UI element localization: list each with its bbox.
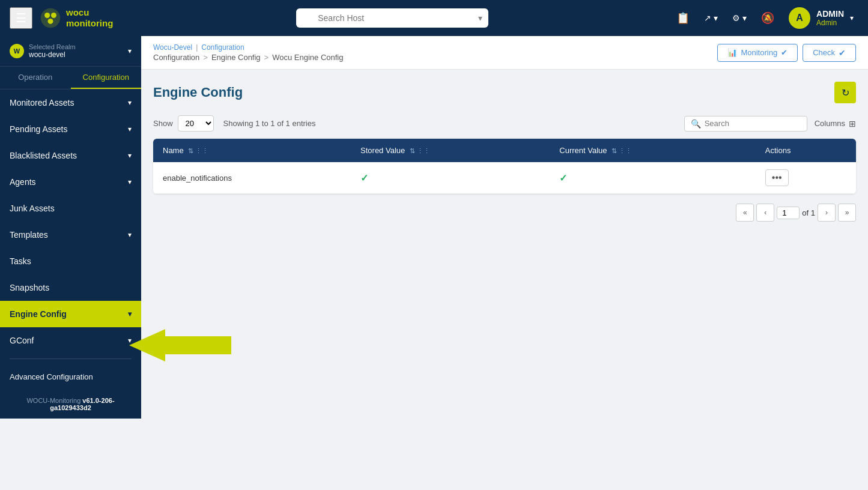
sidebar-item-tasks[interactable]: Tasks [0, 248, 141, 274]
bell-mute-icon: 🔕 [761, 11, 774, 25]
logo: wocu monitoring [40, 7, 113, 29]
breadcrumb-link-wocudevel[interactable]: Wocu-Devel [153, 43, 192, 52]
sidebar-item-monitored-assets[interactable]: Monitored Assets ▾ [0, 89, 141, 116]
realm-label: Selected Realm [29, 43, 76, 50]
advanced-config-label: Advanced Configuration [10, 372, 93, 381]
user-dropdown-arrow: ▾ [850, 14, 854, 22]
table-row: enable_notifications ✓ ✓ ••• [153, 162, 856, 194]
breadcrumb-actions: 📊 Monitoring ✔ Check ✔ [717, 44, 856, 62]
agents-arrow: ▾ [128, 178, 132, 186]
monitoring-button[interactable]: 📊 Monitoring ✔ [717, 44, 798, 62]
row-current-value: ✓ [550, 162, 756, 194]
pagination-first-button[interactable]: « [736, 204, 754, 222]
refresh-icon: ↻ [842, 87, 849, 98]
snapshots-label: Snapshots [10, 283, 49, 292]
sidebar-item-agents[interactable]: Agents ▾ [0, 169, 141, 195]
col-current-label: Current Value [559, 146, 607, 155]
monitoring-label: Monitoring [741, 48, 777, 57]
navbar: ☰ wocu monitoring 🔍 ▾ 📋 ↗ ▾ ⚙ ▾ [0, 0, 868, 36]
sidebar-item-snapshots[interactable]: Snapshots [0, 274, 141, 301]
columns-button[interactable]: Columns ⊞ [815, 119, 856, 129]
sidebar-item-templates[interactable]: Templates ▾ [0, 222, 141, 248]
sidebar-item-blacklisted-assets[interactable]: Blacklisted Assets ▾ [0, 142, 141, 169]
stored-check-icon: ✓ [360, 173, 368, 183]
user-role: Admin [816, 19, 844, 27]
sidebar-divider [10, 358, 132, 359]
data-table: Name ⇅ ⋮⋮ Stored Value ⇅ ⋮⋮ Current Valu… [153, 139, 856, 194]
columns-label: Columns [815, 119, 845, 128]
notifications-button[interactable]: 🔕 [756, 9, 779, 27]
sidebar-item-gconf[interactable]: GConf ▾ [0, 327, 141, 354]
junk-assets-label: Junk Assets [10, 204, 55, 213]
col-actions-label: Actions [765, 146, 791, 155]
table-search-icon: 🔍 [691, 119, 701, 129]
notes-button[interactable]: 📋 [672, 9, 694, 27]
col-current-value: Current Value ⇅ ⋮⋮ [550, 139, 756, 162]
breadcrumb-link-configuration[interactable]: Configuration [201, 43, 244, 52]
realm-icon: W [10, 44, 24, 58]
show-control: Show 20 10 50 100 [153, 115, 214, 132]
user-name: ADMIN [816, 9, 844, 19]
pagination-last-button[interactable]: » [838, 204, 856, 222]
realm-selector[interactable]: W Selected Realm wocu-devel ▾ [0, 36, 141, 67]
row-name-value: enable_notifications [163, 174, 232, 183]
row-actions-button[interactable]: ••• [765, 169, 789, 186]
sidebar-footer: WOCU-Monitoring v61.0-206-ga1029433d2 [0, 390, 141, 419]
table-controls: Show 20 10 50 100 Showing 1 to 1 of 1 en… [153, 115, 856, 132]
show-select[interactable]: 20 10 50 100 [178, 115, 214, 132]
table-body: enable_notifications ✓ ✓ ••• [153, 162, 856, 194]
col-actions: Actions [756, 139, 856, 162]
user-info: ADMIN Admin [816, 9, 844, 27]
check-button[interactable]: Check ✔ [803, 44, 856, 62]
templates-arrow: ▾ [128, 231, 132, 239]
sidebar-item-junk-assets[interactable]: Junk Assets [0, 195, 141, 222]
col-name-label: Name [163, 146, 184, 155]
search-host-input[interactable] [296, 8, 488, 28]
breadcrumb-top: Wocu-Devel | Configuration [153, 43, 343, 52]
export-icon: ↗ [704, 13, 711, 23]
gear-icon: ⚙ [732, 13, 740, 23]
export-button[interactable]: ↗ ▾ [699, 11, 723, 25]
sidebar-item-pending-assets[interactable]: Pending Assets ▾ [0, 116, 141, 142]
col-current-sort-icon[interactable]: ⇅ ⋮⋮ [612, 147, 632, 154]
check-icon: ✔ [839, 48, 846, 58]
hamburger-button[interactable]: ☰ [10, 7, 32, 29]
svg-point-0 [41, 8, 60, 28]
user-menu[interactable]: A ADMIN Admin ▾ [784, 5, 858, 31]
refresh-button[interactable]: ↻ [834, 82, 856, 103]
app-layout: W Selected Realm wocu-devel ▾ Operation … [0, 36, 868, 490]
breadcrumb-top-sep: | [196, 43, 198, 52]
pagination: « ‹ 1 of 1 › » [153, 204, 856, 222]
avatar: A [789, 7, 810, 29]
breadcrumb-bottom: Configuration > Engine Config > Wocu Eng… [153, 53, 343, 62]
sidebar-item-engine-config[interactable]: Engine Config ▾ [0, 301, 141, 327]
col-stored-sort-icon[interactable]: ⇅ ⋮⋮ [410, 147, 430, 154]
svg-point-3 [48, 19, 53, 24]
row-actions: ••• [756, 162, 856, 194]
page-number-select[interactable]: 1 [777, 207, 800, 219]
table-search-input[interactable] [705, 119, 801, 128]
search-dropdown-arrow[interactable]: ▾ [478, 13, 482, 23]
show-label: Show [153, 119, 173, 128]
export-dropdown-arrow: ▾ [714, 13, 718, 23]
tab-configuration[interactable]: Configuration [71, 67, 142, 89]
columns-grid-icon: ⊞ [849, 119, 856, 129]
blacklisted-assets-arrow: ▾ [128, 151, 132, 160]
pending-assets-label: Pending Assets [10, 124, 68, 134]
sidebar: W Selected Realm wocu-devel ▾ Operation … [0, 36, 141, 419]
pagination-next-button[interactable]: › [818, 204, 836, 222]
pagination-prev-button[interactable]: ‹ [756, 204, 774, 222]
realm-name: wocu-devel [29, 50, 76, 59]
row-stored-value: ✓ [351, 162, 550, 194]
footer-text: WOCU-Monitoring [26, 397, 82, 404]
col-name-sort-icon[interactable]: ⇅ ⋮⋮ [188, 147, 208, 154]
tab-operation[interactable]: Operation [0, 67, 71, 89]
settings-button[interactable]: ⚙ ▾ [727, 11, 751, 25]
sidebar-container: W Selected Realm wocu-devel ▾ Operation … [0, 36, 141, 490]
of-label: of 1 [802, 208, 815, 217]
monitoring-icon: 📊 [727, 48, 737, 57]
entries-info: Showing 1 to 1 of 1 entries [223, 119, 316, 128]
monitored-assets-label: Monitored Assets [10, 98, 74, 107]
sidebar-item-advanced-config[interactable]: Advanced Configuration [0, 364, 141, 390]
breadcrumb-bar: Wocu-Devel | Configuration Configuration… [141, 36, 868, 70]
